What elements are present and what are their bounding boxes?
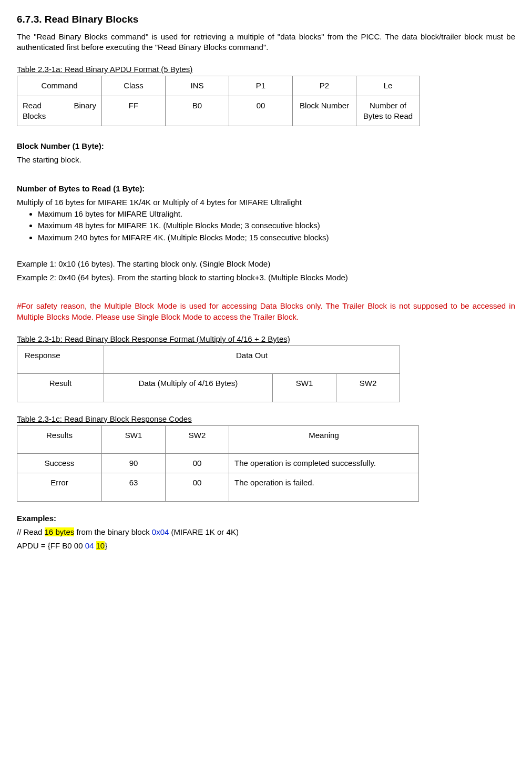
- text: }: [105, 541, 107, 550]
- th-meaning: Meaning: [229, 425, 419, 453]
- cmd-word: Read: [23, 100, 42, 111]
- cmd-word: Blocks: [23, 111, 46, 120]
- table-apdu-format: Command Class INS P1 P2 Le Read Binary B…: [17, 76, 420, 126]
- table3-caption: Table 2.3-1c: Read Binary Block Response…: [17, 414, 515, 424]
- td-meaning: The operation is completed successfully.: [229, 454, 419, 473]
- numbytes-title: Number of Bytes to Read (1 Byte):: [17, 184, 515, 194]
- td-p2: Block Number: [293, 96, 356, 126]
- td-ins: B0: [166, 96, 229, 126]
- example-read-line: // Read 16 bytes from the binary block 0…: [17, 527, 515, 537]
- td-meaning: The operation is failed.: [229, 473, 419, 501]
- table-response-format: Response Data Out Result Data (Multiply …: [17, 345, 400, 402]
- text: // Read: [17, 527, 45, 536]
- td-sw2: 00: [166, 454, 229, 473]
- block-addr: 0x04: [152, 527, 169, 536]
- td-class: FF: [102, 96, 166, 126]
- highlight-bytes: 16 bytes: [45, 527, 75, 536]
- th-sw2: SW2: [166, 425, 229, 453]
- text: (MIFARE 1K or 4K): [169, 527, 239, 536]
- numbytes-list: Maximum 16 bytes for MIFARE Ultralight. …: [38, 209, 515, 243]
- td-sw1: SW1: [273, 374, 336, 402]
- td-success: Success: [17, 454, 102, 473]
- table-row: Command Class INS P1 P2 Le: [17, 76, 420, 96]
- th-p1: P1: [229, 76, 293, 96]
- th-le: Le: [356, 76, 420, 96]
- apdu-len: 10: [96, 541, 105, 550]
- th-class: Class: [102, 76, 166, 96]
- th-command: Command: [17, 76, 102, 96]
- list-item: Maximum 48 bytes for MIFARE 1K. (Multipl…: [38, 220, 515, 231]
- td-result: Result: [17, 374, 104, 402]
- list-item: Maximum 240 bytes for MIFARE 4K. (Multip…: [38, 232, 515, 243]
- cmd-word: Binary: [74, 100, 96, 111]
- th-ins: INS: [166, 76, 229, 96]
- th-p2: P2: [293, 76, 356, 96]
- apdu-block: 04: [85, 541, 94, 550]
- td-le: Number of Bytes to Read: [356, 96, 420, 126]
- table-row: Read Binary Blocks FF B0 00 Block Number…: [17, 96, 420, 126]
- table-row: Result Data (Multiply of 4/16 Bytes) SW1…: [17, 374, 400, 402]
- td-sw2: 00: [166, 473, 229, 501]
- list-item: Maximum 16 bytes for MIFARE Ultralight.: [38, 209, 515, 219]
- th-sw1: SW1: [102, 425, 166, 453]
- td-command: Read Binary Blocks: [17, 96, 102, 126]
- example-apdu-line: APDU = {FF B0 00 04 10}: [17, 541, 515, 551]
- td-data: Data (Multiply of 4/16 Bytes): [104, 374, 273, 402]
- th-response: Response: [17, 346, 104, 374]
- example-2: Example 2: 0x40 (64 bytes). From the sta…: [17, 272, 515, 283]
- td-sw1: 63: [102, 473, 166, 501]
- td-sw1: 90: [102, 454, 166, 473]
- text: [94, 541, 96, 550]
- td-p1: 00: [229, 96, 293, 126]
- example-1: Example 1: 0x10 (16 bytes). The starting…: [17, 259, 515, 269]
- table-row: Results SW1 SW2 Meaning: [17, 425, 419, 453]
- table-row: Error 63 00 The operation is failed.: [17, 473, 419, 501]
- text: from the binary block: [74, 527, 152, 536]
- table2-caption: Table 2.3-1b: Read Binary Block Response…: [17, 334, 515, 344]
- text: APDU = {FF B0 00: [17, 541, 85, 550]
- table-row: Response Data Out: [17, 346, 400, 374]
- warning-note: #For safety reason, the Multiple Block M…: [17, 301, 515, 322]
- block-number-title: Block Number (1 Byte):: [17, 141, 515, 151]
- table-response-codes: Results SW1 SW2 Meaning Success 90 00 Th…: [17, 425, 419, 502]
- table1-caption: Table 2.3-1a: Read Binary APDU Format (5…: [17, 64, 515, 75]
- intro-paragraph: The "Read Binary Blocks command" is used…: [17, 32, 515, 53]
- block-number-text: The starting block.: [17, 155, 515, 165]
- examples-title: Examples:: [17, 513, 515, 524]
- table-row: Success 90 00 The operation is completed…: [17, 454, 419, 473]
- td-sw2: SW2: [336, 374, 400, 402]
- th-results: Results: [17, 425, 102, 453]
- section-heading: 6.7.3. Read Binary Blocks: [17, 13, 515, 26]
- td-error: Error: [17, 473, 102, 501]
- th-data-out: Data Out: [104, 346, 400, 374]
- numbytes-lead: Multiply of 16 bytes for MIFARE 1K/4K or…: [17, 197, 515, 208]
